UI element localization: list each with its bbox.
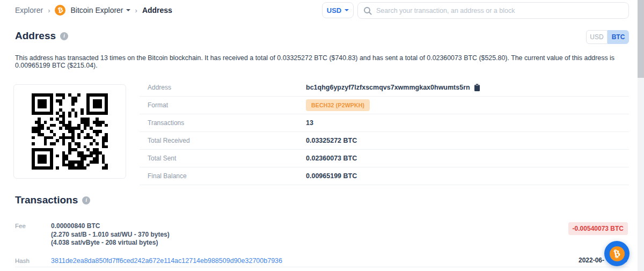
address-summary: This address has transacted 13 times on … — [15, 54, 627, 69]
table-row: Address bc1qhg6ypzyf7lzfxscmqvs7xwmmgkax… — [140, 79, 629, 97]
breadcrumb-address: Address — [142, 6, 172, 14]
btc-toggle-button[interactable]: BTC — [608, 30, 629, 44]
address-value: bc1qhg6ypzyf7lzfxscmqvs7xwmmgkax0hwumts5… — [306, 84, 480, 91]
total-received-value: 0.03325272 BTC — [306, 137, 357, 144]
row-label: Total Received — [148, 137, 190, 144]
table-row: Total Sent 0.02360073 BTC — [140, 150, 629, 167]
bitcoin-icon: ₿ — [610, 246, 625, 261]
page-title-label: Address — [15, 30, 56, 42]
tx-amount-badge: -0.00540073 BTC — [568, 222, 628, 235]
hash-label: Hash — [15, 258, 30, 264]
info-icon[interactable]: i — [82, 196, 90, 204]
transactions-title: Transactions i — [15, 194, 90, 206]
scrollbar-track[interactable] — [638, 0, 644, 271]
row-label: Address — [148, 84, 171, 91]
final-balance-value: 0.00965199 BTC — [306, 172, 357, 180]
transactions-count: 13 — [306, 119, 313, 127]
breadcrumb-separator: › — [135, 6, 137, 14]
divider — [15, 267, 629, 267]
bitcoin-icon: ₿ — [55, 5, 65, 16]
currency-dropdown-label: USD — [327, 6, 341, 14]
search-icon — [363, 6, 372, 15]
table-row: Total Received 0.03325272 BTC — [140, 132, 629, 150]
breadcrumb: Explorer › ₿ Bitcoin Explorer › Address — [15, 5, 172, 16]
row-label: Transactions — [148, 119, 184, 127]
tx-date: 2022-06- — [579, 257, 604, 264]
row-label: Final Balance — [148, 172, 187, 180]
address-text: bc1qhg6ypzyf7lzfxscmqvs7xwmmgkax0hwumts5… — [306, 84, 470, 91]
total-sent-value: 0.02360073 BTC — [306, 155, 357, 162]
tx-hash-link[interactable]: 3811de2ea8da850fd7ff6ced242a672e114ac127… — [51, 257, 282, 265]
transactions-title-label: Transactions — [15, 194, 78, 206]
table-row: Transactions 13 — [140, 114, 629, 132]
bitcoin-symbol: ₿ — [613, 247, 621, 259]
copy-icon[interactable] — [474, 84, 480, 91]
currency-dropdown[interactable]: USD — [322, 2, 354, 18]
bitcoin-floating-button[interactable]: ₿ — [604, 241, 630, 266]
fee-rate-line: (2.270 sat/B - 1.010 sat/WU - 370 bytes) — [51, 231, 170, 239]
row-label: Format — [148, 101, 168, 109]
bitcoin-symbol: ₿ — [57, 6, 64, 14]
search-input[interactable] — [376, 7, 623, 14]
breadcrumb-chain-label: Bitcoin Explorer — [70, 6, 123, 14]
fee-vbyte-line: (4.038 sat/vByte - 208 virtual bytes) — [51, 239, 170, 247]
row-label: Total Sent — [148, 155, 176, 162]
format-badge: BECH32 (P2WPKH) — [306, 99, 370, 111]
fee-details: 0.00000840 BTC (2.270 sat/B - 1.010 sat/… — [51, 222, 170, 247]
breadcrumb-separator: › — [48, 6, 50, 14]
fee-label: Fee — [15, 223, 26, 229]
table-row: Format BECH32 (P2WPKH) — [140, 97, 629, 114]
page-title: Address i — [15, 30, 68, 42]
address-details-table: Address bc1qhg6ypzyf7lzfxscmqvs7xwmmgkax… — [140, 79, 629, 185]
scrollbar-thumb[interactable] — [638, 0, 644, 78]
qr-code-icon — [32, 93, 108, 170]
chevron-down-icon — [345, 9, 349, 11]
chevron-down-icon — [126, 9, 130, 11]
usd-toggle-button[interactable]: USD — [586, 30, 608, 44]
format-value: BECH32 (P2WPKH) — [306, 99, 370, 111]
breadcrumb-explorer[interactable]: Explorer — [15, 6, 43, 14]
unit-toggle: USD BTC — [586, 30, 629, 44]
qr-card — [13, 84, 126, 179]
search-box — [357, 2, 629, 19]
info-icon[interactable]: i — [60, 32, 68, 40]
breadcrumb-bitcoin-explorer[interactable]: Bitcoin Explorer — [70, 6, 130, 14]
table-row: Final Balance 0.00965199 BTC — [140, 167, 629, 185]
fee-amount: 0.00000840 BTC — [51, 222, 170, 231]
top-header: Explorer › ₿ Bitcoin Explorer › Address … — [0, 0, 638, 21]
